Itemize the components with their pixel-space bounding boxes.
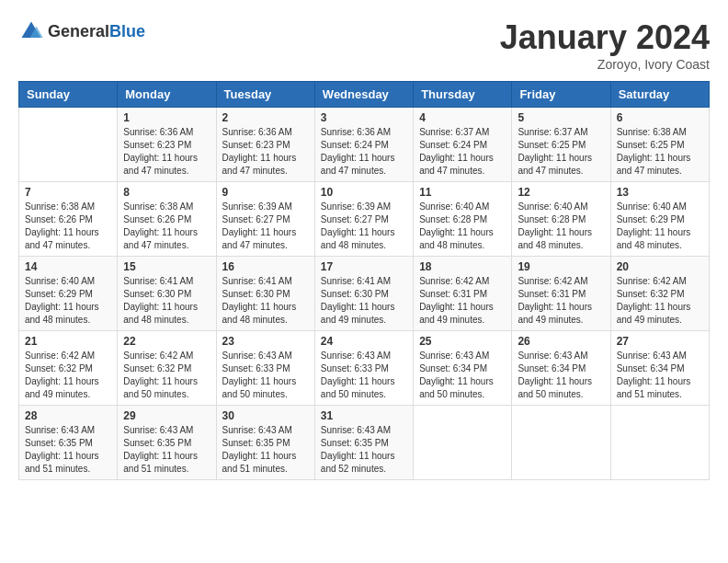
logo-general: General	[48, 22, 109, 40]
day-info: Sunrise: 6:37 AMSunset: 6:24 PMDaylight:…	[419, 126, 506, 178]
calendar-cell: 13Sunrise: 6:40 AMSunset: 6:29 PMDayligh…	[610, 182, 709, 257]
day-info: Sunrise: 6:38 AMSunset: 6:25 PMDaylight:…	[617, 126, 703, 178]
day-info: Sunrise: 6:43 AMSunset: 6:33 PMDaylight:…	[321, 350, 407, 401]
calendar-cell: 10Sunrise: 6:39 AMSunset: 6:27 PMDayligh…	[314, 182, 413, 257]
calendar-cell: 31Sunrise: 6:43 AMSunset: 6:35 PMDayligh…	[314, 406, 413, 480]
calendar-cell: 22Sunrise: 6:42 AMSunset: 6:32 PMDayligh…	[118, 331, 216, 406]
calendar-cell: 17Sunrise: 6:41 AMSunset: 6:30 PMDayligh…	[314, 257, 413, 331]
day-number: 5	[518, 111, 604, 124]
day-number: 20	[617, 260, 703, 273]
calendar-cell: 3Sunrise: 6:36 AMSunset: 6:24 PMDaylight…	[314, 108, 413, 182]
calendar-cell: 19Sunrise: 6:42 AMSunset: 6:31 PMDayligh…	[512, 257, 610, 331]
day-number: 25	[419, 335, 506, 348]
day-number: 7	[25, 186, 111, 199]
day-number: 15	[123, 260, 210, 273]
calendar-cell: 16Sunrise: 6:41 AMSunset: 6:30 PMDayligh…	[216, 257, 314, 331]
day-info: Sunrise: 6:42 AMSunset: 6:32 PMDaylight:…	[123, 350, 210, 401]
calendar-week-1: 1Sunrise: 6:36 AMSunset: 6:23 PMDaylight…	[19, 108, 710, 182]
calendar-cell: 8Sunrise: 6:38 AMSunset: 6:26 PMDaylight…	[118, 182, 216, 257]
calendar-cell: 14Sunrise: 6:40 AMSunset: 6:29 PMDayligh…	[19, 257, 118, 331]
day-info: Sunrise: 6:39 AMSunset: 6:27 PMDaylight:…	[321, 201, 407, 252]
calendar-cell: 23Sunrise: 6:43 AMSunset: 6:33 PMDayligh…	[216, 331, 314, 406]
day-number: 27	[617, 335, 703, 348]
calendar-cell: 20Sunrise: 6:42 AMSunset: 6:32 PMDayligh…	[610, 257, 709, 331]
day-number: 1	[123, 111, 210, 124]
day-number: 6	[617, 111, 703, 124]
day-number: 29	[123, 409, 210, 422]
calendar-cell: 9Sunrise: 6:39 AMSunset: 6:27 PMDaylight…	[216, 182, 314, 257]
calendar-cell: 1Sunrise: 6:36 AMSunset: 6:23 PMDaylight…	[118, 108, 216, 182]
day-header-friday: Friday	[512, 82, 610, 108]
day-number: 10	[321, 186, 407, 199]
day-number: 21	[25, 335, 111, 348]
day-number: 16	[222, 260, 309, 273]
day-number: 31	[321, 409, 407, 422]
day-number: 8	[123, 186, 210, 199]
day-info: Sunrise: 6:43 AMSunset: 6:33 PMDaylight:…	[222, 350, 309, 401]
calendar-week-5: 28Sunrise: 6:43 AMSunset: 6:35 PMDayligh…	[19, 406, 710, 480]
calendar-cell: 2Sunrise: 6:36 AMSunset: 6:23 PMDaylight…	[216, 108, 314, 182]
day-number: 2	[222, 111, 309, 124]
day-info: Sunrise: 6:42 AMSunset: 6:32 PMDaylight:…	[25, 350, 111, 401]
day-header-thursday: Thursday	[414, 82, 512, 108]
page-header: GeneralBlue January 2024 Zoroyo, Ivory C…	[18, 18, 710, 72]
day-info: Sunrise: 6:39 AMSunset: 6:27 PMDaylight:…	[222, 201, 309, 252]
day-number: 22	[123, 335, 210, 348]
day-number: 19	[518, 260, 604, 273]
day-info: Sunrise: 6:41 AMSunset: 6:30 PMDaylight:…	[123, 275, 210, 327]
calendar-cell	[512, 406, 610, 480]
day-info: Sunrise: 6:40 AMSunset: 6:29 PMDaylight:…	[617, 201, 703, 252]
logo-blue: Blue	[109, 22, 145, 40]
day-header-monday: Monday	[118, 82, 216, 108]
day-number: 23	[222, 335, 309, 348]
day-info: Sunrise: 6:43 AMSunset: 6:34 PMDaylight:…	[419, 350, 506, 401]
calendar-cell: 11Sunrise: 6:40 AMSunset: 6:28 PMDayligh…	[414, 182, 512, 257]
day-info: Sunrise: 6:41 AMSunset: 6:30 PMDaylight:…	[222, 275, 309, 327]
day-number: 3	[321, 111, 407, 124]
day-info: Sunrise: 6:41 AMSunset: 6:30 PMDaylight:…	[321, 275, 407, 327]
calendar-cell	[19, 108, 118, 182]
day-info: Sunrise: 6:43 AMSunset: 6:35 PMDaylight:…	[25, 424, 111, 476]
calendar-cell: 12Sunrise: 6:40 AMSunset: 6:28 PMDayligh…	[512, 182, 610, 257]
calendar-cell: 21Sunrise: 6:42 AMSunset: 6:32 PMDayligh…	[19, 331, 118, 406]
day-info: Sunrise: 6:36 AMSunset: 6:23 PMDaylight:…	[222, 126, 309, 178]
location-subtitle: Zoroyo, Ivory Coast	[500, 57, 710, 72]
day-number: 11	[419, 186, 506, 199]
calendar-cell: 25Sunrise: 6:43 AMSunset: 6:34 PMDayligh…	[414, 331, 512, 406]
calendar-cell: 30Sunrise: 6:43 AMSunset: 6:35 PMDayligh…	[216, 406, 314, 480]
day-number: 30	[222, 409, 309, 422]
day-header-wednesday: Wednesday	[314, 82, 413, 108]
day-info: Sunrise: 6:43 AMSunset: 6:35 PMDaylight:…	[222, 424, 309, 476]
calendar-cell: 27Sunrise: 6:43 AMSunset: 6:34 PMDayligh…	[610, 331, 709, 406]
day-info: Sunrise: 6:38 AMSunset: 6:26 PMDaylight:…	[123, 201, 210, 252]
generalblue-logo-icon	[18, 18, 44, 44]
logo-text: GeneralBlue	[48, 22, 145, 41]
day-number: 12	[518, 186, 604, 199]
day-info: Sunrise: 6:43 AMSunset: 6:35 PMDaylight:…	[321, 424, 407, 476]
day-info: Sunrise: 6:37 AMSunset: 6:25 PMDaylight:…	[518, 126, 604, 178]
calendar-cell: 6Sunrise: 6:38 AMSunset: 6:25 PMDaylight…	[610, 108, 709, 182]
day-number: 13	[617, 186, 703, 199]
day-number: 4	[419, 111, 506, 124]
day-info: Sunrise: 6:36 AMSunset: 6:24 PMDaylight:…	[321, 126, 407, 178]
calendar-cell	[610, 406, 709, 480]
day-number: 28	[25, 409, 111, 422]
calendar-cell: 18Sunrise: 6:42 AMSunset: 6:31 PMDayligh…	[414, 257, 512, 331]
day-info: Sunrise: 6:42 AMSunset: 6:31 PMDaylight:…	[518, 275, 604, 327]
day-number: 26	[518, 335, 604, 348]
calendar-week-4: 21Sunrise: 6:42 AMSunset: 6:32 PMDayligh…	[19, 331, 710, 406]
day-header-tuesday: Tuesday	[216, 82, 314, 108]
day-info: Sunrise: 6:40 AMSunset: 6:29 PMDaylight:…	[25, 275, 111, 327]
day-info: Sunrise: 6:36 AMSunset: 6:23 PMDaylight:…	[123, 126, 210, 178]
title-block: January 2024 Zoroyo, Ivory Coast	[500, 18, 710, 72]
day-number: 17	[321, 260, 407, 273]
calendar-cell: 15Sunrise: 6:41 AMSunset: 6:30 PMDayligh…	[118, 257, 216, 331]
day-number: 24	[321, 335, 407, 348]
calendar-cell: 7Sunrise: 6:38 AMSunset: 6:26 PMDaylight…	[19, 182, 118, 257]
day-info: Sunrise: 6:43 AMSunset: 6:35 PMDaylight:…	[123, 424, 210, 476]
day-info: Sunrise: 6:40 AMSunset: 6:28 PMDaylight:…	[518, 201, 604, 252]
day-header-sunday: Sunday	[19, 82, 118, 108]
logo: GeneralBlue	[18, 18, 145, 44]
calendar-cell: 24Sunrise: 6:43 AMSunset: 6:33 PMDayligh…	[314, 331, 413, 406]
month-year-title: January 2024	[500, 18, 710, 57]
